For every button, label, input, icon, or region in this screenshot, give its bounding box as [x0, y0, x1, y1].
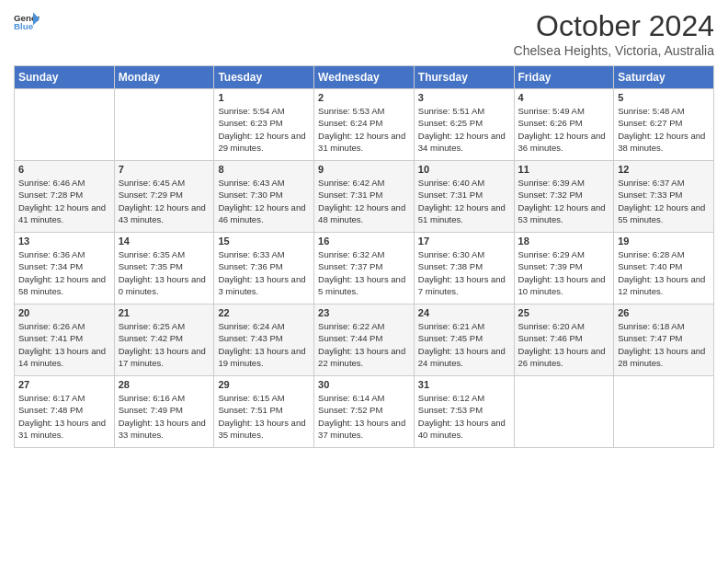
calendar-cell: 24Sunrise: 6:21 AM Sunset: 7:45 PM Dayli…	[414, 304, 514, 376]
month-title: October 2024	[514, 9, 714, 43]
day-info: Sunrise: 6:21 AM Sunset: 7:45 PM Dayligh…	[418, 320, 510, 369]
day-info: Sunrise: 6:42 AM Sunset: 7:31 PM Dayligh…	[318, 177, 410, 225]
day-info: Sunrise: 6:32 AM Sunset: 7:37 PM Dayligh…	[318, 248, 410, 297]
calendar-cell: 12Sunrise: 6:37 AM Sunset: 7:33 PM Dayli…	[614, 161, 714, 233]
day-number: 28	[119, 379, 210, 390]
calendar-week-0: 1Sunrise: 5:54 AM Sunset: 6:23 PM Daylig…	[15, 89, 714, 161]
calendar-cell: 5Sunrise: 5:48 AM Sunset: 6:27 PM Daylig…	[614, 89, 714, 161]
day-number: 21	[119, 307, 210, 318]
day-number: 15	[218, 236, 310, 247]
day-number: 10	[418, 164, 510, 175]
page: General Blue October 2024 Chelsea Height…	[0, 0, 728, 563]
calendar-cell: 8Sunrise: 6:43 AM Sunset: 7:30 PM Daylig…	[214, 161, 314, 233]
calendar-cell: 3Sunrise: 5:51 AM Sunset: 6:25 PM Daylig…	[414, 89, 514, 161]
header-tuesday: Tuesday	[214, 66, 314, 89]
day-info: Sunrise: 5:49 AM Sunset: 6:26 PM Dayligh…	[518, 105, 610, 154]
day-number: 25	[518, 307, 610, 318]
calendar-cell: 7Sunrise: 6:45 AM Sunset: 7:29 PM Daylig…	[114, 161, 214, 233]
calendar-cell: 14Sunrise: 6:35 AM Sunset: 7:35 PM Dayli…	[114, 233, 214, 304]
calendar-cell: 19Sunrise: 6:28 AM Sunset: 7:40 PM Dayli…	[614, 233, 714, 304]
day-number: 13	[18, 236, 110, 247]
location: Chelsea Heights, Victoria, Australia	[514, 43, 714, 58]
calendar-cell: 15Sunrise: 6:33 AM Sunset: 7:36 PM Dayli…	[214, 233, 314, 304]
day-info: Sunrise: 6:37 AM Sunset: 7:33 PM Dayligh…	[618, 177, 710, 225]
logo: General Blue	[14, 9, 40, 35]
calendar-week-4: 27Sunrise: 6:17 AM Sunset: 7:48 PM Dayli…	[15, 376, 714, 448]
calendar-cell: 11Sunrise: 6:39 AM Sunset: 7:32 PM Dayli…	[514, 161, 614, 233]
day-info: Sunrise: 6:45 AM Sunset: 7:29 PM Dayligh…	[119, 177, 210, 225]
day-number: 5	[618, 92, 710, 103]
calendar-cell: 25Sunrise: 6:20 AM Sunset: 7:46 PM Dayli…	[514, 304, 614, 376]
day-info: Sunrise: 6:46 AM Sunset: 7:28 PM Dayligh…	[18, 177, 110, 225]
calendar-cell: 2Sunrise: 5:53 AM Sunset: 6:24 PM Daylig…	[314, 89, 415, 161]
calendar-cell: 21Sunrise: 6:25 AM Sunset: 7:42 PM Dayli…	[114, 304, 214, 376]
calendar-cell: 6Sunrise: 6:46 AM Sunset: 7:28 PM Daylig…	[15, 161, 115, 233]
calendar-cell: 1Sunrise: 5:54 AM Sunset: 6:23 PM Daylig…	[214, 89, 314, 161]
day-info: Sunrise: 6:12 AM Sunset: 7:53 PM Dayligh…	[418, 392, 510, 441]
day-info: Sunrise: 6:20 AM Sunset: 7:46 PM Dayligh…	[518, 320, 610, 369]
day-info: Sunrise: 6:39 AM Sunset: 7:32 PM Dayligh…	[518, 177, 610, 225]
day-info: Sunrise: 6:15 AM Sunset: 7:51 PM Dayligh…	[218, 392, 310, 441]
day-number: 29	[218, 379, 310, 390]
day-number: 24	[418, 307, 510, 318]
header-monday: Monday	[114, 66, 214, 89]
title-block: October 2024 Chelsea Heights, Victoria, …	[514, 9, 714, 58]
day-number: 7	[119, 164, 210, 175]
calendar-cell	[15, 89, 115, 161]
day-number: 8	[218, 164, 310, 175]
day-info: Sunrise: 6:29 AM Sunset: 7:39 PM Dayligh…	[518, 248, 610, 297]
day-info: Sunrise: 6:22 AM Sunset: 7:44 PM Dayligh…	[318, 320, 410, 369]
day-info: Sunrise: 6:16 AM Sunset: 7:49 PM Dayligh…	[119, 392, 210, 441]
calendar-cell: 22Sunrise: 6:24 AM Sunset: 7:43 PM Dayli…	[214, 304, 314, 376]
calendar-cell: 20Sunrise: 6:26 AM Sunset: 7:41 PM Dayli…	[15, 304, 115, 376]
day-info: Sunrise: 5:51 AM Sunset: 6:25 PM Dayligh…	[418, 105, 510, 154]
day-number: 11	[518, 164, 610, 175]
calendar-cell: 13Sunrise: 6:36 AM Sunset: 7:34 PM Dayli…	[15, 233, 115, 304]
calendar-cell: 16Sunrise: 6:32 AM Sunset: 7:37 PM Dayli…	[314, 233, 415, 304]
calendar-cell	[114, 89, 214, 161]
calendar-cell: 18Sunrise: 6:29 AM Sunset: 7:39 PM Dayli…	[514, 233, 614, 304]
day-number: 19	[618, 236, 710, 247]
day-number: 1	[218, 92, 310, 103]
day-info: Sunrise: 6:30 AM Sunset: 7:38 PM Dayligh…	[418, 248, 510, 297]
day-number: 27	[18, 379, 110, 390]
day-number: 18	[518, 236, 610, 247]
day-info: Sunrise: 6:43 AM Sunset: 7:30 PM Dayligh…	[218, 177, 310, 225]
svg-text:Blue: Blue	[14, 21, 34, 31]
day-number: 6	[18, 164, 110, 175]
calendar-cell: 9Sunrise: 6:42 AM Sunset: 7:31 PM Daylig…	[314, 161, 415, 233]
calendar-week-2: 13Sunrise: 6:36 AM Sunset: 7:34 PM Dayli…	[15, 233, 714, 304]
calendar-table: Sunday Monday Tuesday Wednesday Thursday…	[14, 65, 714, 448]
day-number: 17	[418, 236, 510, 247]
calendar-cell: 26Sunrise: 6:18 AM Sunset: 7:47 PM Dayli…	[614, 304, 714, 376]
day-number: 12	[618, 164, 710, 175]
calendar-cell: 10Sunrise: 6:40 AM Sunset: 7:31 PM Dayli…	[414, 161, 514, 233]
header-thursday: Thursday	[414, 66, 514, 89]
day-number: 22	[218, 307, 310, 318]
day-info: Sunrise: 6:36 AM Sunset: 7:34 PM Dayligh…	[18, 248, 110, 297]
header-saturday: Saturday	[614, 66, 714, 89]
day-number: 2	[318, 92, 410, 103]
calendar-cell: 17Sunrise: 6:30 AM Sunset: 7:38 PM Dayli…	[414, 233, 514, 304]
day-number: 14	[119, 236, 210, 247]
calendar-week-1: 6Sunrise: 6:46 AM Sunset: 7:28 PM Daylig…	[15, 161, 714, 233]
header: General Blue October 2024 Chelsea Height…	[14, 9, 714, 58]
day-number: 23	[318, 307, 410, 318]
day-number: 31	[418, 379, 510, 390]
day-info: Sunrise: 6:25 AM Sunset: 7:42 PM Dayligh…	[119, 320, 210, 369]
day-info: Sunrise: 6:35 AM Sunset: 7:35 PM Dayligh…	[119, 248, 210, 297]
day-number: 20	[18, 307, 110, 318]
calendar-cell: 4Sunrise: 5:49 AM Sunset: 6:26 PM Daylig…	[514, 89, 614, 161]
header-sunday: Sunday	[15, 66, 115, 89]
day-number: 16	[318, 236, 410, 247]
day-number: 26	[618, 307, 710, 318]
calendar-cell: 31Sunrise: 6:12 AM Sunset: 7:53 PM Dayli…	[414, 376, 514, 448]
calendar-week-3: 20Sunrise: 6:26 AM Sunset: 7:41 PM Dayli…	[15, 304, 714, 376]
calendar-header-row: Sunday Monday Tuesday Wednesday Thursday…	[15, 66, 714, 89]
calendar-cell: 29Sunrise: 6:15 AM Sunset: 7:51 PM Dayli…	[214, 376, 314, 448]
day-info: Sunrise: 6:17 AM Sunset: 7:48 PM Dayligh…	[18, 392, 110, 441]
calendar-cell	[614, 376, 714, 448]
day-info: Sunrise: 5:53 AM Sunset: 6:24 PM Dayligh…	[318, 105, 410, 154]
day-info: Sunrise: 6:18 AM Sunset: 7:47 PM Dayligh…	[618, 320, 710, 369]
day-info: Sunrise: 6:33 AM Sunset: 7:36 PM Dayligh…	[218, 248, 310, 297]
